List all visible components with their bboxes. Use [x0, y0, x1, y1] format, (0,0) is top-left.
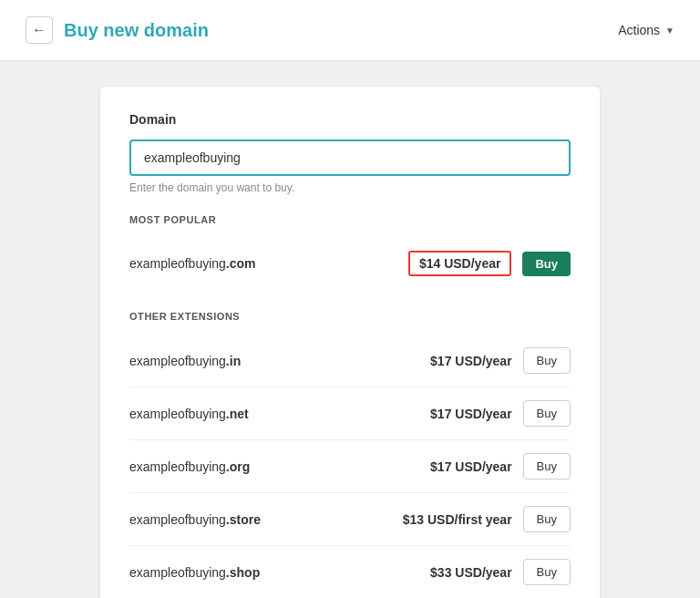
popular-domain-name: exampleofbuying.com — [129, 256, 256, 271]
price-store: $13 USD/first year — [403, 512, 512, 527]
domain-hint: Enter the domain you want to buy. — [129, 181, 571, 194]
domain-section-label: Domain — [129, 112, 571, 127]
price-net: $17 USD/year — [430, 407, 512, 421]
other-domain-row-store: exampleofbuying.store $13 USD/first year… — [129, 493, 571, 546]
buy-button-shop[interactable]: Buy — [523, 559, 571, 585]
price-org: $17 USD/year — [430, 459, 512, 474]
popular-domain-right: $14 USD/year Buy — [408, 251, 571, 276]
actions-button[interactable]: Actions ▼ — [618, 23, 674, 37]
domain-card: Domain Enter the domain you want to buy.… — [100, 87, 600, 598]
top-bar: ← Buy new domain Actions ▼ — [0, 0, 700, 61]
domain-right-net: $17 USD/year Buy — [430, 400, 571, 427]
domain-name-shop: exampleofbuying.shop — [129, 565, 260, 580]
buy-button-org[interactable]: Buy — [523, 453, 571, 479]
domain-name-org: exampleofbuying.org — [129, 459, 250, 474]
popular-domain-row: exampleofbuying.com $14 USD/year Buy — [129, 238, 571, 289]
chevron-down-icon: ▼ — [665, 26, 674, 36]
price-shop: $33 USD/year — [430, 565, 512, 580]
domain-input[interactable] — [129, 139, 571, 176]
popular-domain-price: $14 USD/year — [408, 251, 512, 276]
buy-button-net[interactable]: Buy — [523, 400, 571, 427]
price-in: $17 USD/year — [430, 354, 512, 368]
back-button[interactable]: ← — [26, 16, 53, 44]
domain-right-shop: $33 USD/year Buy — [430, 559, 571, 585]
most-popular-label: MOST POPULAR — [129, 214, 571, 225]
main-content: Domain Enter the domain you want to buy.… — [0, 61, 700, 598]
domain-name-store: exampleofbuying.store — [129, 512, 261, 527]
other-extensions-section: OTHER EXTENSIONS exampleofbuying.in $17 … — [129, 311, 571, 598]
other-domain-row-org: exampleofbuying.org $17 USD/year Buy — [129, 440, 571, 493]
buy-button-in[interactable]: Buy — [523, 347, 571, 374]
domain-right-store: $13 USD/first year Buy — [403, 506, 571, 532]
actions-label: Actions — [618, 23, 660, 37]
other-domain-row-shop: exampleofbuying.shop $33 USD/year Buy — [129, 546, 571, 598]
most-popular-section: MOST POPULAR exampleofbuying.com $14 USD… — [129, 214, 571, 289]
buy-button-store[interactable]: Buy — [523, 506, 571, 532]
domain-right-in: $17 USD/year Buy — [430, 347, 571, 374]
other-domain-row-in: exampleofbuying.in $17 USD/year Buy — [129, 335, 571, 387]
popular-buy-button[interactable]: Buy — [522, 252, 571, 276]
other-domain-row-net: exampleofbuying.net $17 USD/year Buy — [129, 387, 571, 440]
domain-name-in: exampleofbuying.in — [129, 354, 241, 368]
domain-right-org: $17 USD/year Buy — [430, 453, 571, 479]
page-title: Buy new domain — [64, 20, 209, 41]
top-bar-left: ← Buy new domain — [26, 16, 209, 44]
other-extensions-label: OTHER EXTENSIONS — [129, 311, 571, 322]
domain-name-net: exampleofbuying.net — [129, 407, 249, 421]
back-icon: ← — [32, 22, 46, 38]
